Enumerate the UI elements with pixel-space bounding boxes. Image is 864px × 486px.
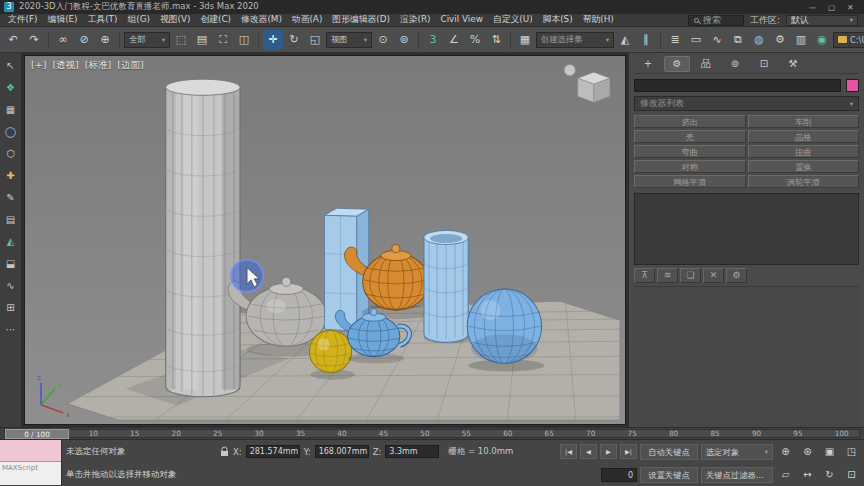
search-input[interactable]: 搜索 [688,15,744,26]
x-coord-field[interactable]: 281.574mm [246,445,300,458]
select-and-scale-button[interactable]: ◱ [305,30,325,50]
viewport-shading-menu[interactable]: [边面] [117,59,143,72]
modifier-button[interactable]: 对称 [634,160,746,173]
menu-item[interactable]: 编辑(E) [43,14,83,26]
tab-create[interactable]: + [635,56,661,72]
scene-object-cylinder-gray[interactable] [166,79,240,397]
minimize-button[interactable]: — [803,1,822,14]
angle-snap-toggle[interactable]: ∠ [444,30,464,50]
undo-button[interactable]: ↶ [3,30,23,50]
zoom-extents-all-icon[interactable]: ◳ [842,444,861,460]
next-frame-button[interactable]: ▶| [620,444,637,459]
left-tool-icon[interactable]: ❖ [3,80,19,95]
modifier-button[interactable]: 扭曲 [748,145,860,158]
percent-snap-toggle[interactable]: % [465,30,485,50]
select-and-manipulate-button[interactable]: ⊚ [394,30,414,50]
orbit-icon[interactable]: ↻ [820,467,839,483]
layer-manager-button[interactable]: ≣ [665,30,685,50]
modifier-button[interactable]: 车削 [748,115,860,128]
rendered-frame-window-button[interactable]: ▥ [791,30,811,50]
align-button[interactable]: ∥ [636,30,656,50]
time-slider-handle[interactable]: 0 / 100 [5,429,69,439]
modifier-button[interactable]: 网格平滑 [634,175,746,188]
pan-icon[interactable]: ↔ [798,467,817,483]
tab-motion[interactable]: ⊚ [722,56,748,72]
tab-display[interactable]: ⊡ [751,56,777,72]
modifier-stack-list[interactable] [634,193,859,265]
left-tool-icon[interactable]: ✚ [3,168,19,183]
select-and-move-button[interactable]: ✛ [263,30,283,50]
previous-frame-button[interactable]: ◀ [580,444,597,459]
modifier-button[interactable]: 晶格 [748,130,860,143]
modifier-button[interactable]: 弯曲 [634,145,746,158]
select-and-link-button[interactable]: ∞ [53,30,73,50]
play-button[interactable]: ▶ [600,444,617,459]
render-setup-button[interactable]: ⚙ [770,30,790,50]
configure-modifier-sets-icon[interactable]: ⚙ [726,268,747,283]
select-and-rotate-button[interactable]: ↻ [284,30,304,50]
snap-toggle-button[interactable]: 3 [423,30,443,50]
timeline-track[interactable]: 0510152025303540455055606570758085909510… [4,429,860,438]
select-by-name-button[interactable]: ▤ [192,30,212,50]
left-tool-icon[interactable]: ▤ [3,212,19,227]
object-name-field[interactable] [634,79,841,92]
modifier-list-dropdown[interactable]: 修改器列表 ▾ [634,96,859,111]
scene-object-cylinder-blue[interactable] [424,230,472,343]
close-button[interactable]: ✕ [841,1,860,14]
current-frame-field[interactable]: 0 [601,468,637,482]
viewport-general-menu[interactable]: [+] [31,59,46,72]
menu-item[interactable]: 脚本(S) [538,14,578,26]
menu-item[interactable]: 帮助(H) [578,14,619,26]
modifier-button[interactable]: 涡轮平滑 [748,175,860,188]
curve-editor-button[interactable]: ∿ [707,30,727,50]
viewport-pov-menu[interactable]: [透视] [52,59,78,72]
menu-item[interactable]: 动画(A) [287,14,327,26]
select-object-button[interactable]: ⬚ [171,30,191,50]
left-tool-icon[interactable]: ∿ [3,278,19,293]
left-tool-icon[interactable]: ◭ [3,234,19,249]
left-tool-icon[interactable]: ⬡ [3,146,19,161]
reference-coordinate-dropdown[interactable]: 视图 ▾ [326,32,372,48]
menu-item[interactable]: 工具(T) [83,14,123,26]
y-coord-field[interactable]: 168.007mm [315,445,369,458]
view-cube[interactable] [564,65,610,103]
left-tool-icon[interactable]: ⋯ [3,322,19,337]
ribbon-toggle-button[interactable]: ▭ [686,30,706,50]
listener-pane[interactable]: MAXScript [0,462,61,485]
maximize-button[interactable]: ▢ [822,1,841,14]
modifier-button[interactable]: 置换 [748,160,860,173]
menu-item[interactable]: 视图(V) [155,14,195,26]
spinner-snap-toggle[interactable]: ⇅ [486,30,506,50]
show-end-result-icon[interactable]: ≋ [657,268,678,283]
go-to-start-button[interactable]: |◀ [560,444,577,459]
macro-recorder-pane[interactable] [0,440,61,462]
menu-item[interactable]: 修改器(M) [236,14,287,26]
left-tool-icon[interactable]: ✎ [3,190,19,205]
maximize-viewport-icon[interactable]: ⊡ [842,467,861,483]
left-tool-icon[interactable]: ▦ [3,102,19,117]
left-tool-icon[interactable]: ⬓ [3,256,19,271]
unlink-selection-button[interactable]: ⊘ [74,30,94,50]
maxscript-mini-listener[interactable]: MAXScript [0,440,62,486]
remove-modifier-icon[interactable]: ✕ [703,268,724,283]
z-coord-field[interactable]: 3.3mm [385,445,439,458]
make-unique-icon[interactable]: ❏ [680,268,701,283]
tab-hierarchy[interactable]: 品 [693,56,719,72]
edit-named-selection-sets-button[interactable]: ▦ [515,30,535,50]
menu-item[interactable]: 图形编辑器(D) [327,14,395,26]
zoom-icon[interactable]: ⊕ [776,444,795,460]
perspective-viewport[interactable]: [+] [透视] [标准] [边面] [24,55,626,425]
redo-button[interactable]: ↷ [24,30,44,50]
zoom-extents-icon[interactable]: ▣ [820,444,839,460]
bind-to-space-warp-button[interactable]: ⊕ [95,30,115,50]
mirror-button[interactable]: ◭ [615,30,635,50]
menu-item[interactable]: 创建(C) [195,14,236,26]
selected-filter-dropdown[interactable]: 选定对象 ▾ [701,444,773,460]
selection-region-button[interactable]: ⛶ [213,30,233,50]
menu-item[interactable]: 渲染(R) [395,14,436,26]
material-editor-button[interactable]: ◍ [749,30,769,50]
named-selection-sets-dropdown[interactable]: 创建选择集 ▾ [536,32,614,48]
modifier-button[interactable]: 壳 [634,130,746,143]
key-filters-button[interactable]: 关键点过滤器... [701,467,773,483]
menu-item[interactable]: 文件(F) [3,14,43,26]
